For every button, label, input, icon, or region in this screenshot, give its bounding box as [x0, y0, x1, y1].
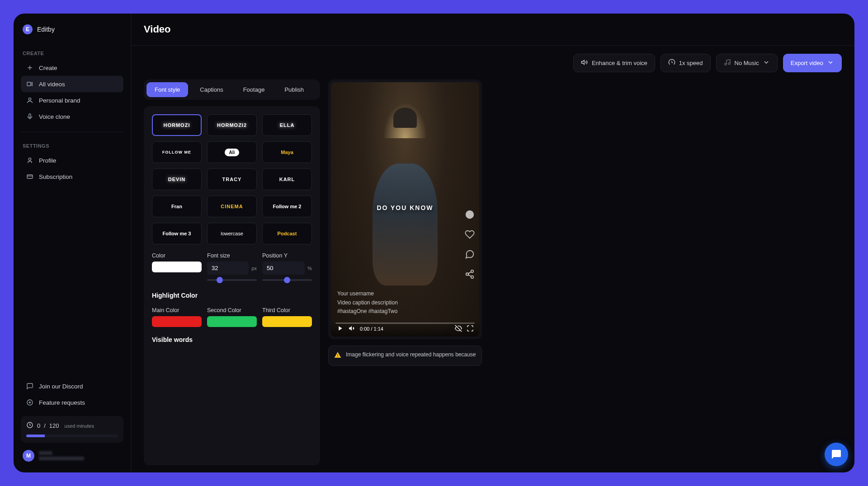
style-option-ella[interactable]: ELLA	[262, 114, 312, 136]
user-icon	[26, 97, 33, 104]
button-label: Export video	[791, 60, 823, 66]
share-icon[interactable]	[465, 269, 475, 281]
style-label: DEVIN	[168, 177, 186, 182]
fontsize-unit: px	[251, 266, 257, 271]
style-option-devin[interactable]: DEVIN	[152, 168, 202, 190]
speed-button[interactable]: 1x speed	[660, 54, 711, 72]
fullscreen-icon[interactable]	[467, 325, 474, 333]
sidebar-item-feature-requests[interactable]: Feature requests	[21, 394, 123, 411]
style-option-karl[interactable]: KARL	[262, 168, 312, 190]
highlight-title: Highlight Color	[152, 292, 312, 299]
toolbar: Enhance & trim voice 1x speed No Music E…	[131, 46, 854, 72]
sidebar-item-create[interactable]: Create	[21, 60, 123, 76]
sidebar-item-voice-clone[interactable]: Voice clone	[21, 108, 123, 125]
export-button[interactable]: Export video	[783, 54, 842, 72]
second-color-picker[interactable]	[207, 316, 257, 327]
posy-input[interactable]	[262, 262, 305, 275]
sidebar-item-all-videos[interactable]: All videos	[21, 76, 123, 92]
color-picker[interactable]	[152, 262, 202, 272]
style-option-cinema[interactable]: CINEMA	[207, 196, 257, 217]
divider	[21, 132, 123, 132]
svg-point-1	[28, 98, 31, 100]
preview-lamp	[393, 107, 417, 128]
heart-icon[interactable]	[465, 229, 475, 241]
sidebar-item-label: Subscription	[39, 173, 72, 180]
style-option-maya[interactable]: Maya	[262, 141, 312, 163]
style-label: Fran	[171, 204, 182, 209]
tab-footage[interactable]: Footage	[235, 82, 273, 97]
button-label: 1x speed	[679, 60, 703, 66]
app-logo[interactable]: E Editby	[21, 24, 123, 34]
comment-icon[interactable]	[465, 249, 475, 261]
style-option-fran[interactable]: Fran	[152, 196, 202, 217]
usage-box: 0 / 120 used minutes	[21, 416, 123, 443]
fontsize-input[interactable]	[207, 262, 249, 275]
sidebar-item-subscription[interactable]: Subscription	[21, 168, 123, 185]
style-option-hormozi2[interactable]: HORMOZI2	[207, 114, 257, 136]
clock-icon	[26, 421, 33, 430]
chat-fab[interactable]	[825, 443, 848, 466]
play-icon[interactable]	[336, 325, 344, 333]
eye-off-icon[interactable]	[455, 325, 462, 333]
page-title: Video	[144, 23, 842, 35]
visible-words-title: Visible words	[152, 336, 312, 343]
svg-rect-2	[29, 114, 31, 117]
style-option-podcast[interactable]: Podcast	[262, 223, 312, 244]
tab-font-style[interactable]: Font style	[146, 82, 188, 97]
preview-figure	[373, 164, 438, 285]
style-label: Follow me 3	[163, 231, 191, 236]
style-option-hormozi[interactable]: HORMOZI	[152, 114, 202, 136]
user-account[interactable]: M	[21, 450, 123, 462]
tab-publish[interactable]: Publish	[276, 82, 312, 97]
sidebar-item-label: Profile	[39, 157, 56, 164]
svg-rect-4	[27, 175, 33, 178]
third-color-picker[interactable]	[262, 316, 312, 327]
style-option-lowercase[interactable]: lowercase	[207, 223, 257, 244]
main-color-picker[interactable]	[152, 316, 202, 327]
section-create-label: CREATE	[23, 51, 123, 56]
enhance-trim-button[interactable]: Enhance & trim voice	[573, 54, 655, 72]
style-option-tracy[interactable]: TRACY	[207, 168, 257, 190]
usage-used: 0	[37, 422, 40, 429]
style-option-follow-me[interactable]: FOLLOW ME	[152, 141, 202, 163]
fontsize-slider[interactable]	[207, 279, 257, 281]
overlay-user-info: Your username Video caption description …	[337, 290, 398, 316]
profile-circle-icon[interactable]	[465, 210, 475, 221]
style-label: Follow me 2	[273, 204, 302, 209]
video-preview: DO YOU KNOW Your username Video caption …	[328, 79, 482, 339]
sidebar-item-discord[interactable]: Join our Discord	[21, 378, 123, 394]
chevron-down-icon	[827, 59, 834, 67]
video-frame[interactable]: DO YOU KNOW Your username Video caption …	[331, 82, 479, 336]
profile-icon	[26, 157, 33, 164]
video-controls: 0:00 / 1:14	[331, 321, 479, 336]
settings-panel: Font style Captions Footage Publish HORM…	[144, 79, 320, 465]
svg-point-9	[466, 273, 469, 276]
style-option-ali[interactable]: Ali	[207, 141, 257, 163]
usage-total: 120	[49, 422, 59, 429]
panel-tabs: Font style Captions Footage Publish	[144, 79, 320, 100]
sidebar: E Editby CREATE Create All videos Person…	[14, 14, 131, 472]
posy-label: Position Y	[262, 252, 312, 259]
style-option-follow-me-3[interactable]: Follow me 3	[152, 223, 202, 244]
usage-sep: /	[44, 422, 46, 429]
app-name: Editby	[37, 26, 55, 33]
music-button[interactable]: No Music	[716, 54, 778, 72]
posy-slider[interactable]	[262, 279, 312, 281]
sidebar-item-label: Feature requests	[39, 399, 85, 406]
chat-icon	[26, 383, 33, 390]
posy-unit: %	[307, 266, 312, 271]
main-color-label: Main Color	[152, 307, 202, 313]
tab-captions[interactable]: Captions	[192, 82, 231, 97]
third-color-label: Third Color	[262, 307, 312, 313]
mic-icon	[26, 113, 33, 120]
gauge-icon	[668, 59, 675, 67]
color-label: Color	[152, 252, 202, 259]
style-option-follow-me-2[interactable]: Follow me 2	[262, 196, 312, 217]
svg-point-8	[471, 270, 474, 272]
sidebar-item-profile[interactable]: Profile	[21, 152, 123, 168]
volume-icon[interactable]	[348, 325, 355, 333]
sidebar-item-label: Create	[39, 65, 57, 71]
sidebar-item-personal-brand[interactable]: Personal brand	[21, 92, 123, 108]
preview-panel: DO YOU KNOW Your username Video caption …	[328, 79, 482, 465]
header: Video	[131, 14, 854, 46]
